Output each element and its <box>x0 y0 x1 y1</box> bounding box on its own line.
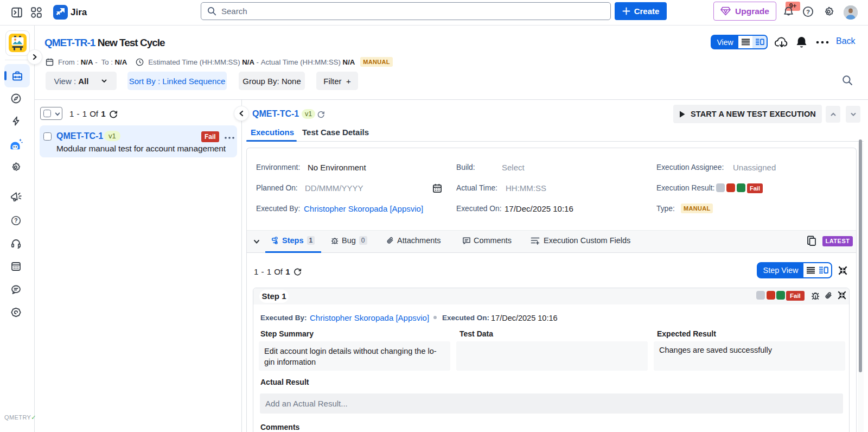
svg-text:?: ? <box>14 218 17 224</box>
svg-text:?: ? <box>806 9 810 15</box>
